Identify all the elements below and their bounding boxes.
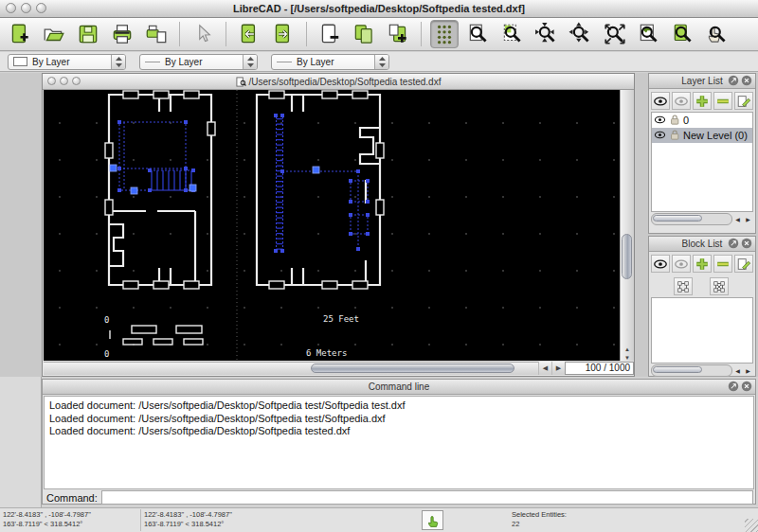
pen-linetype-combo[interactable]: By Layer — [271, 54, 389, 70]
scroll-up-icon[interactable]: ▲ — [624, 346, 630, 354]
edit-block-button[interactable] — [674, 277, 693, 295]
print-preview-button[interactable] — [142, 20, 171, 48]
zoom-out-button[interactable] — [567, 20, 595, 48]
insert-block-button[interactable] — [710, 277, 729, 295]
scroll-left-icon[interactable]: ◀ — [732, 216, 743, 222]
hide-all-layers-button[interactable] — [672, 92, 691, 110]
canvas-bottom-bar: ◀ ▶ 100 / 1000 — [44, 361, 634, 375]
block-list-scrollbar[interactable]: ◀ ▶ — [651, 364, 753, 377]
add-layer-button[interactable] — [693, 92, 712, 110]
window-resize-grip[interactable] — [745, 519, 758, 532]
pen-width-combo[interactable]: By Layer — [139, 54, 258, 70]
command-input[interactable] — [101, 490, 753, 505]
selection-pointer-button[interactable] — [189, 20, 217, 48]
stepper-arrows-icon[interactable] — [111, 55, 125, 69]
grid-toggle-button[interactable] — [430, 20, 459, 48]
toolbar-separator — [306, 22, 307, 46]
scale-meters-label: 6 Meters — [306, 348, 347, 358]
float-panel-icon[interactable] — [728, 381, 739, 392]
add-block-button[interactable] — [693, 255, 712, 273]
show-all-blocks-button[interactable] — [651, 255, 670, 273]
edit-layer-button[interactable] — [734, 92, 753, 110]
canvas-vertical-scrollbar[interactable]: ▲ ▼ — [620, 90, 634, 363]
scale-feet-label: 25 Feet — [323, 314, 359, 324]
scroll-right-icon[interactable]: ▶ — [551, 362, 565, 375]
remove-block-button[interactable] — [713, 255, 732, 273]
zoom-in-button[interactable] — [532, 20, 561, 48]
relative-coordinates: 122'-8.4183" , -108'-4.7987" 163'-8.7119… — [144, 510, 280, 529]
command-line-panel: Command line Loaded document: /Users/sof… — [42, 379, 756, 505]
selected-entities-label: Selected Entities: — [512, 510, 567, 520]
layer-lock-icon[interactable] — [669, 114, 680, 127]
layer-lock-icon[interactable] — [669, 129, 680, 142]
close-panel-icon[interactable] — [741, 75, 752, 86]
scroll-right-icon[interactable]: ▶ — [743, 216, 753, 222]
doc-minimize-icon[interactable] — [60, 77, 68, 85]
document-path: /Users/softpedia/Desktop/Softpedia teste… — [43, 77, 634, 87]
layer-row[interactable]: 0 — [652, 113, 752, 128]
scroll-thumb[interactable] — [653, 215, 702, 222]
layer-name: 0 — [683, 115, 689, 126]
float-panel-icon[interactable] — [728, 75, 739, 86]
layer-visibility-icon[interactable] — [654, 114, 666, 128]
zoom-previous-button[interactable] — [635, 20, 663, 48]
save-file-button[interactable] — [74, 20, 102, 48]
command-prompt-label: Command: — [43, 492, 101, 504]
zoom-selected-button[interactable] — [669, 20, 697, 48]
paste-button[interactable] — [384, 20, 412, 48]
zoom-pan-button[interactable] — [703, 20, 731, 48]
undo-button[interactable] — [235, 20, 263, 48]
close-panel-icon[interactable] — [741, 381, 752, 392]
command-line-title: Command line — [369, 381, 429, 392]
scroll-left-icon[interactable]: ◀ — [538, 362, 551, 375]
close-panel-icon[interactable] — [741, 238, 752, 249]
command-line-titlebar[interactable]: Command line — [43, 380, 755, 395]
hide-all-blocks-button[interactable] — [672, 255, 691, 273]
doc-zoom-icon[interactable] — [72, 77, 81, 85]
layer-list-titlebar[interactable]: Layer List — [649, 74, 755, 89]
scroll-thumb[interactable] — [653, 366, 702, 373]
block-list-titlebar[interactable]: Block List — [649, 237, 755, 252]
rel-coords-polar: 163'-8.7119" < 318.5412° — [144, 520, 280, 529]
hscroll-thumb[interactable] — [311, 364, 514, 373]
redo-button[interactable] — [269, 20, 298, 48]
command-history-line: Loaded document: /Users/softpedia/Deskto… — [49, 425, 749, 438]
scroll-left-icon[interactable]: ◀ — [732, 367, 743, 374]
abs-coords-cartesian: 122'-8.4183" , -108'-4.7987" — [3, 510, 138, 520]
toolbar-separator — [179, 22, 180, 46]
block-list-toolbar-row2 — [649, 275, 755, 297]
remove-layer-button[interactable] — [713, 92, 732, 110]
minimize-window-icon[interactable] — [21, 3, 31, 13]
cut-button[interactable] — [316, 20, 344, 48]
open-file-button[interactable] — [40, 20, 68, 48]
new-file-button[interactable] — [6, 20, 34, 48]
document-window: /Users/softpedia/Desktop/Softpedia teste… — [42, 73, 635, 377]
stepper-arrows-icon[interactable] — [374, 55, 388, 69]
vscroll-thumb[interactable] — [622, 234, 632, 279]
doc-close-icon[interactable] — [47, 77, 56, 85]
command-history: Loaded document: /Users/softpedia/Deskto… — [44, 396, 754, 489]
drawing-canvas[interactable]: 0 0 25 Feet 6 Meters — [44, 90, 620, 363]
document-titlebar[interactable]: /Users/softpedia/Desktop/Softpedia teste… — [43, 74, 634, 90]
redraw-button[interactable] — [464, 20, 493, 48]
stepper-arrows-icon[interactable] — [243, 55, 257, 69]
snap-hand-button[interactable] — [422, 510, 443, 530]
show-all-layers-button[interactable] — [651, 92, 670, 110]
scale-zero-top: 0 — [104, 315, 109, 325]
auto-zoom-button[interactable] — [601, 20, 629, 48]
layer-row[interactable]: New Level (0) — [652, 128, 752, 143]
zoom-window-icon[interactable] — [36, 3, 46, 13]
float-panel-icon[interactable] — [728, 238, 739, 249]
close-window-icon[interactable] — [6, 3, 16, 13]
pen-color-combo[interactable]: By Layer — [8, 54, 126, 70]
layer-list-scrollbar[interactable]: ◀ ▶ — [651, 213, 753, 225]
scroll-right-icon[interactable]: ▶ — [743, 367, 753, 374]
copy-button[interactable] — [350, 20, 378, 48]
layer-visibility-icon[interactable] — [654, 129, 666, 143]
right-dock: Layer List 0New Level (0) ◀ ▶ — [648, 73, 756, 377]
edit-block-attributes-button[interactable] — [734, 255, 753, 273]
command-prompt-row: Command: — [43, 490, 755, 505]
canvas-horizontal-scrollbar[interactable] — [44, 362, 538, 375]
zoom-window-button[interactable] — [498, 20, 527, 48]
print-button[interactable] — [108, 20, 136, 48]
